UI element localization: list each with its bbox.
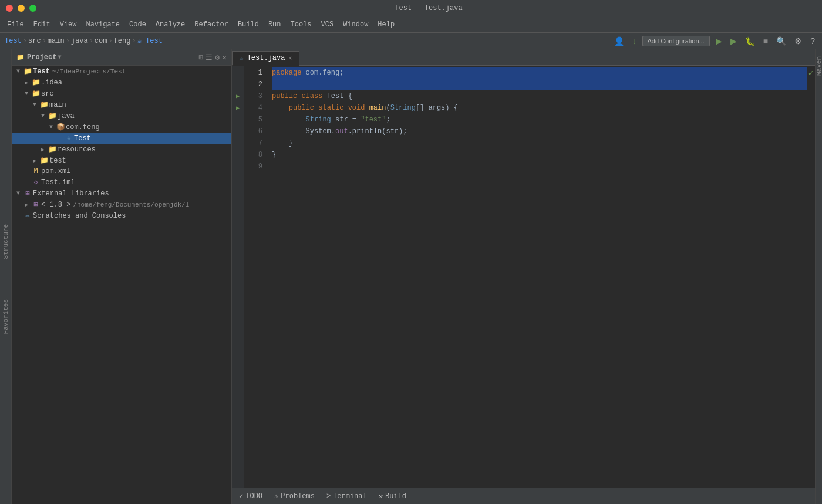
src-folder-icon: 📁	[31, 89, 41, 98]
vcs-update-button[interactable]: ↓	[630, 35, 639, 47]
tree-test-folder[interactable]: ▶ 📁 test	[12, 155, 231, 166]
run-coverage-button[interactable]: ▶	[728, 35, 739, 47]
line-num-5: 5	[244, 114, 262, 126]
arrow-com-feng: ▼	[47, 124, 55, 130]
debug-button[interactable]: 🐛	[743, 35, 757, 47]
tree-project-root[interactable]: ▼ 📁 Test ~/IdeaProjects/Test	[12, 66, 231, 77]
menu-item-help[interactable]: Help	[373, 18, 399, 31]
close-button[interactable]	[6, 5, 13, 12]
menu-item-build[interactable]: Build	[233, 18, 264, 31]
breadcrumb-src[interactable]: src	[28, 37, 41, 45]
add-configuration-button[interactable]: Add Configuration...	[642, 36, 710, 46]
breadcrumb-feng[interactable]: feng	[114, 37, 131, 45]
menu-item-edit[interactable]: Edit	[29, 18, 55, 31]
arrow-main: ▼	[31, 102, 39, 108]
run-icon-3[interactable]: ▶	[236, 93, 240, 100]
editor-gutter: ▶ ▶	[232, 66, 244, 488]
test-iml-label: Test.iml	[41, 178, 75, 187]
project-root-path: ~/IdeaProjects/Test	[52, 68, 126, 75]
gutter-line-5	[232, 114, 244, 126]
gutter-line-8	[232, 149, 244, 161]
idea-folder-icon: 📁	[31, 78, 41, 87]
menu-item-code[interactable]: Code	[124, 18, 151, 31]
settings-button[interactable]: ⚙	[792, 35, 804, 47]
close-sidebar-icon[interactable]: ✕	[222, 53, 227, 62]
run-icon-4[interactable]: ▶	[236, 104, 240, 111]
sidebar-settings-icon[interactable]: ⚙	[215, 53, 220, 62]
favorites-panel-label[interactable]: Favorites	[2, 297, 9, 336]
code-content[interactable]: package com.feng; public class Test { pu…	[267, 66, 807, 488]
menu-item-tools[interactable]: Tools	[286, 18, 316, 31]
tab-terminal[interactable]: > Terminal	[324, 491, 369, 502]
breadcrumb: Test › src › main › java › com › feng › …	[5, 36, 163, 45]
menu-item-refactor[interactable]: Refactor	[190, 18, 233, 31]
menu-item-vcs[interactable]: VCS	[316, 18, 339, 31]
menu-item-run[interactable]: Run	[264, 18, 286, 31]
tab-problems[interactable]: ⚠ Problems	[272, 491, 317, 502]
menu-item-view[interactable]: View	[55, 18, 82, 31]
menu-item-window[interactable]: Window	[338, 18, 373, 31]
tree-test-class[interactable]: ▶ ☕ Test	[12, 133, 231, 144]
right-gutter: ✓	[807, 66, 815, 488]
code-editor[interactable]: ▶ ▶ 1 2 3 4 5 6 7 8 9 p	[232, 66, 815, 488]
line-num-1: 1	[244, 67, 262, 79]
tab-bar: ☕ Test.java ✕	[232, 49, 815, 66]
code-line-9	[272, 161, 807, 172]
tree-scratches[interactable]: ▶ ✏ Scratches and Consoles	[12, 210, 231, 221]
right-gutter-check: ✓	[808, 67, 813, 79]
resources-label: resources	[58, 146, 96, 154]
tree-com-feng[interactable]: ▼ 📦 com.feng	[12, 121, 231, 133]
titlebar: Test – Test.java	[0, 0, 822, 16]
tab-close-icon[interactable]: ✕	[288, 55, 292, 62]
java-folder-icon: 📁	[47, 111, 58, 120]
breadcrumb-test[interactable]: Test	[5, 37, 22, 45]
minimize-button[interactable]	[18, 5, 25, 12]
tree-resources[interactable]: ▶ 📁 resources	[12, 144, 231, 155]
code-line-3: public class Test {	[272, 90, 807, 102]
tab-test-java[interactable]: ☕ Test.java ✕	[232, 51, 299, 66]
tree-external-libs[interactable]: ▼ ⊞ External Libraries	[12, 188, 231, 199]
todo-label: TODO	[245, 492, 262, 500]
tree-src[interactable]: ▼ 📁 src	[12, 88, 231, 99]
terminal-icon: >	[326, 492, 331, 500]
sidebar-title: Project	[27, 53, 56, 62]
tree-test-iml[interactable]: ▶ ◇ Test.iml	[12, 177, 231, 188]
breadcrumb-com[interactable]: com	[95, 37, 107, 45]
maven-panel: Maven	[815, 49, 822, 504]
problems-icon: ⚠	[274, 492, 278, 500]
project-folder-icon: 📁	[22, 67, 33, 76]
structure-panel-label[interactable]: Structure	[2, 222, 9, 261]
menu-item-analyze[interactable]: Analyze	[151, 18, 190, 31]
menu-item-file[interactable]: File	[2, 18, 29, 31]
menu-item-navigate[interactable]: Navigate	[81, 18, 124, 31]
code-line-2	[272, 79, 807, 90]
breadcrumb-Test[interactable]: ☕ Test	[137, 36, 163, 45]
help-button[interactable]: ?	[808, 35, 817, 47]
idea-label: .idea	[41, 79, 62, 87]
collapse-all-icon[interactable]: ⊞	[199, 53, 204, 62]
run-button[interactable]: ▶	[713, 35, 725, 47]
maven-label[interactable]: Maven	[816, 54, 823, 78]
breadcrumb-java[interactable]: java	[71, 37, 88, 45]
sidebar-dropdown-icon[interactable]: ▼	[58, 54, 61, 60]
tree-main[interactable]: ▼ 📁 main	[12, 99, 231, 110]
jdk-label: < 1.8 >	[41, 201, 70, 209]
tab-build[interactable]: ⚒ Build	[376, 491, 409, 502]
arrow-resources: ▶	[39, 146, 47, 153]
tab-todo[interactable]: ✓ TODO	[237, 491, 265, 502]
arrow-jdk: ▶	[22, 201, 31, 208]
profile-button[interactable]: 👤	[612, 35, 626, 47]
tree-java[interactable]: ▼ 📁 java	[12, 110, 231, 121]
tree-jdk[interactable]: ▶ ⊞ < 1.8 > /home/feng/Documents/openjdk…	[12, 199, 231, 210]
maximize-button[interactable]	[29, 5, 36, 12]
check-mark-icon: ✓	[808, 68, 813, 78]
arrow-external-libs: ▼	[14, 190, 22, 197]
search-button[interactable]: 🔍	[774, 35, 789, 47]
navbar: Test › src › main › java › com › feng › …	[0, 33, 822, 49]
stop-button[interactable]: ■	[761, 35, 770, 47]
tree-pom-xml[interactable]: ▶ M pom.xml	[12, 166, 231, 177]
scratches-label: Scratches and Consoles	[33, 212, 126, 220]
expand-all-icon[interactable]: ☰	[206, 53, 213, 62]
breadcrumb-main[interactable]: main	[48, 37, 65, 45]
tree-idea[interactable]: ▶ 📁 .idea	[12, 77, 231, 88]
